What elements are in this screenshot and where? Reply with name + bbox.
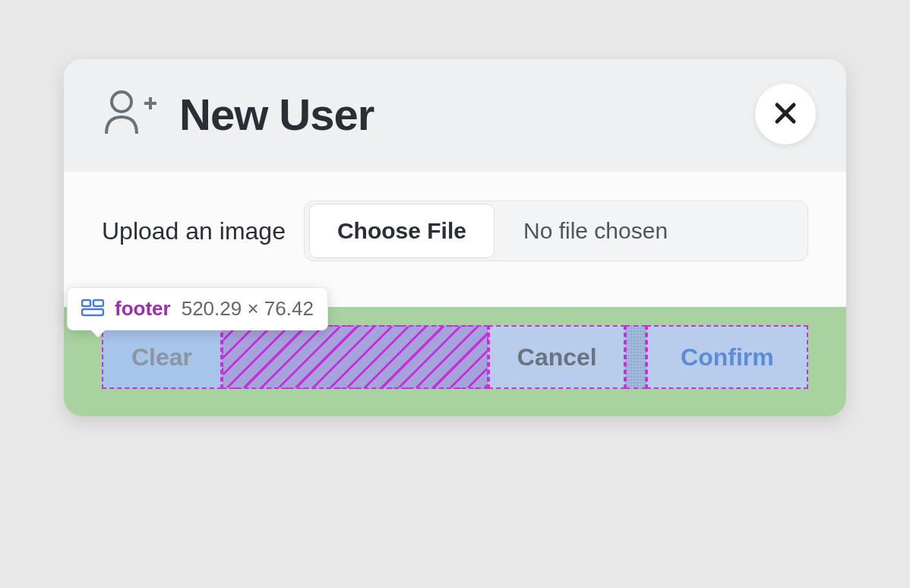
- svg-rect-7: [82, 309, 103, 315]
- devtools-element-tooltip: footer 520.29 × 76.42: [67, 287, 328, 330]
- flex-gap-overlay: [222, 325, 488, 389]
- flex-layout-icon: [81, 299, 104, 320]
- svg-rect-6: [93, 300, 103, 306]
- tooltip-dimensions: 520.29 × 76.42: [182, 297, 314, 321]
- file-input[interactable]: Choose File No file chosen: [304, 201, 808, 261]
- cancel-button[interactable]: Cancel: [488, 325, 625, 389]
- svg-rect-5: [82, 300, 90, 306]
- file-chosen-status: No file chosen: [499, 218, 668, 244]
- upload-image-label: Upload an image: [102, 217, 286, 245]
- user-plus-icon: [102, 88, 158, 140]
- margin-overlay: [625, 325, 646, 389]
- tooltip-element-name: footer: [115, 297, 171, 321]
- choose-file-button[interactable]: Choose File: [309, 204, 494, 258]
- svg-point-0: [112, 92, 131, 112]
- clear-button[interactable]: Clear: [102, 325, 222, 389]
- close-icon: [772, 100, 799, 129]
- confirm-button[interactable]: Confirm: [646, 325, 808, 389]
- close-button[interactable]: [755, 84, 816, 144]
- dialog-header: New User: [64, 59, 846, 172]
- footer-flex-container: Clear Cancel Confirm: [102, 325, 808, 389]
- new-user-dialog: New User Upload an image Choose File No …: [64, 59, 846, 416]
- dialog-title: New User: [179, 89, 755, 140]
